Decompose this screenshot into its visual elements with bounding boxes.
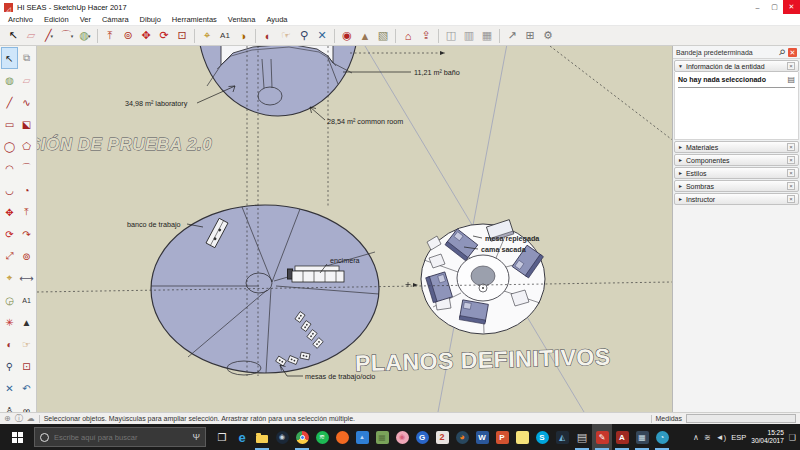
taskbar-app-spotify[interactable]: ≋ (312, 424, 332, 450)
section-plane-tool-icon[interactable]: ◫ (442, 27, 460, 45)
arc-tool[interactable]: ◠ (1, 157, 18, 179)
menu-edición[interactable]: Edición (44, 15, 69, 24)
section-arrow-icon[interactable]: ▼ (678, 63, 683, 69)
taskbar-app-sticky-notes[interactable] (512, 424, 532, 450)
taskbar-app-chrome[interactable] (292, 424, 312, 450)
encimera-object[interactable] (288, 266, 345, 282)
pie-tool[interactable]: ◔ (18, 179, 35, 201)
menu-archivo[interactable]: Archivo (8, 15, 33, 24)
toggle-terrain-tool-icon[interactable]: ▲ (356, 27, 374, 45)
credit-icon[interactable]: ⓘ (15, 413, 23, 424)
section-close-icon[interactable]: × (787, 182, 795, 190)
paint-bucket-dropdown-icon[interactable]: ▾ (88, 33, 91, 39)
pan-tool-icon[interactable]: ☞ (277, 27, 295, 45)
styles-tool-icon[interactable]: ◑ (234, 27, 252, 45)
text-tool[interactable]: A1 (18, 289, 35, 311)
protractor-tool[interactable]: ◶ (1, 289, 18, 311)
zoom-tool-icon[interactable]: ⚲ (295, 27, 313, 45)
polygon-tool[interactable]: ⬠ (18, 135, 35, 157)
model-viewport[interactable]: 11,21 m² baño 34,98 m² laboratory 28,54 … (37, 46, 672, 412)
taskbar-app-calculator[interactable]: ▦ (632, 424, 652, 450)
zoom-extents-tool-icon[interactable]: ✕ (313, 27, 331, 45)
dimension-tool[interactable]: ⟷ (18, 267, 35, 289)
rotate-tool-icon[interactable]: ⟳ (155, 27, 173, 45)
microphone-icon[interactable]: Ψ (192, 432, 200, 442)
start-button[interactable] (0, 424, 34, 450)
section-close-icon[interactable]: × (787, 143, 795, 151)
freehand-tool[interactable]: ∿ (18, 91, 35, 113)
rectangle-tool[interactable]: ▭ (1, 113, 18, 135)
taskbar-app-orange-app[interactable] (332, 424, 352, 450)
taskbar-app-edge[interactable]: e (232, 424, 252, 450)
clock[interactable]: 15:25 30/04/2017 (751, 429, 784, 445)
taskbar-search[interactable]: Ψ (34, 427, 206, 447)
section-arrow-icon[interactable]: ► (678, 144, 683, 150)
two-point-arc-dropdown-icon[interactable]: ▾ (71, 33, 74, 39)
rotate-tool[interactable]: ⟳ (1, 223, 18, 245)
geolocation-icon[interactable]: ⊕ (4, 414, 11, 423)
send-to-layout-tool-icon[interactable]: ↗ (503, 27, 521, 45)
action-center-icon[interactable]: ❑ (789, 433, 796, 442)
taskbar-app-word[interactable]: W (472, 424, 492, 450)
taskbar-app-photos-app[interactable]: ▲ (352, 424, 372, 450)
text-tool-icon[interactable]: A1 (216, 27, 234, 45)
line-tool[interactable]: ╱ (1, 91, 18, 113)
search-input[interactable] (54, 433, 187, 442)
move-tool-icon[interactable]: ✥ (137, 27, 155, 45)
taskbar-app-red-app[interactable]: 2 (432, 424, 452, 450)
taskbar-app-minecraft[interactable]: ▦ (372, 424, 392, 450)
language-indicator[interactable]: ESP (731, 433, 746, 442)
orbit-tool-icon[interactable]: ◐ (259, 27, 277, 45)
zoom-window-tool[interactable]: ⊡ (18, 355, 35, 377)
menu-dibujo[interactable]: Dibujo (140, 15, 161, 24)
taskbar-app-sketchup[interactable]: ✎ (592, 424, 612, 450)
tray-close-icon[interactable]: ✕ (788, 48, 797, 57)
dome-left[interactable] (151, 205, 379, 375)
taskbar-app-printer-app[interactable]: ▤ (572, 424, 592, 450)
paint-bucket-tool[interactable]: ◍ (1, 69, 18, 91)
taskbar-app-blender[interactable]: ◕ (452, 424, 472, 450)
section-close-icon[interactable]: × (787, 62, 795, 70)
taskbar-app-file-explorer[interactable] (252, 424, 272, 450)
3d-warehouse-tool-icon[interactable]: ⌂ (399, 27, 417, 45)
model-canvas[interactable]: 11,21 m² baño 34,98 m² laboratory 28,54 … (37, 46, 672, 412)
zoom-tool[interactable]: ⚲ (1, 355, 18, 377)
extension-warehouse-tool-icon[interactable]: ⊞ (521, 27, 539, 45)
offset-tool[interactable]: ⊚ (18, 245, 35, 267)
make-component-tool[interactable]: ⧉ (18, 47, 35, 69)
maximize-button[interactable]: ▢ (766, 0, 783, 14)
section-close-icon[interactable]: × (787, 195, 795, 203)
taskbar-app-autocad[interactable]: A (612, 424, 632, 450)
taskbar-app-steam[interactable]: ◉ (272, 424, 292, 450)
select-tool[interactable]: ↖ (1, 47, 18, 69)
tray-chevron-icon[interactable]: ∧ (693, 433, 699, 442)
move-tool[interactable]: ✥ (1, 201, 18, 223)
tray-section-sombras[interactable]: ►Sombras× (674, 180, 799, 192)
section-arrow-icon[interactable]: ► (678, 196, 683, 202)
taskbar-app-dark-app[interactable]: ◭ (552, 424, 572, 450)
follow-me-tool[interactable]: ↷ (18, 223, 35, 245)
menu-ayuda[interactable]: Ayuda (266, 15, 287, 24)
tray-section-estilos[interactable]: ►Estilos× (674, 167, 799, 179)
offset-tool-icon[interactable]: ⊚ (119, 27, 137, 45)
close-button[interactable]: ✕ (783, 0, 800, 14)
tape-measure-tool[interactable]: ⌖ (1, 267, 18, 289)
orbit-tool[interactable]: ◐ (1, 333, 18, 355)
section-close-icon[interactable]: × (787, 169, 795, 177)
two-point-arc-tool-icon[interactable]: ⌒▾ (58, 27, 76, 45)
section-display-tool-icon[interactable]: ▥ (460, 27, 478, 45)
scale-tool[interactable]: ⤢ (1, 245, 18, 267)
eraser-tool[interactable]: ▱ (18, 69, 35, 91)
rotated-rectangle-tool[interactable]: ⬕ (18, 113, 35, 135)
share-model-tool-icon[interactable]: ⇪ (417, 27, 435, 45)
add-location-tool-icon[interactable]: ◉ (338, 27, 356, 45)
taskbar-app-powerpoint[interactable]: P (492, 424, 512, 450)
taskbar-app-globe-app[interactable]: ◔ (652, 424, 672, 450)
zoom-extents-tool[interactable]: ✕ (1, 377, 18, 399)
line-tool-icon[interactable]: ╱▾ (40, 27, 58, 45)
pan-tool[interactable]: ☞ (18, 333, 35, 355)
section-arrow-icon[interactable]: ► (678, 157, 683, 163)
section-close-icon[interactable]: × (787, 156, 795, 164)
measurements-input[interactable] (686, 414, 796, 423)
eraser-tool-icon[interactable]: ▱ (22, 27, 40, 45)
